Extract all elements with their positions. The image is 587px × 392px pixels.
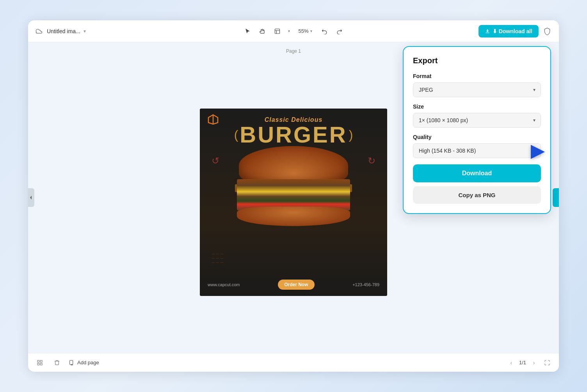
export-panel-title: Export (413, 56, 541, 65)
svg-rect-6 (70, 360, 73, 365)
format-select-wrapper: JPEG PNG PDF SVG ▾ (413, 82, 541, 97)
app-window: Untitled ima... ▾ ▾ 55% ▾ (28, 20, 559, 372)
quality-label: Quality (413, 134, 541, 140)
size-select-wrapper: 1× (1080 × 1080 px) 2× (2160 × 2160 px) … (413, 113, 541, 128)
decorative-dots: ··· ··· ······ ··· ······ ··· ··· (212, 252, 224, 265)
bottom-bar: Add page ‹ 1/1 › (28, 353, 559, 372)
swirl-left-icon: ↺ (212, 155, 219, 166)
quality-select[interactable]: High (154 KB - 308 KB) Medium (80 KB - 1… (413, 143, 541, 158)
grid-view-button[interactable] (34, 357, 45, 368)
burger-design: Classic Delicious ( BURGER ) ↺ ↻ (200, 109, 387, 296)
frame-chevron-button[interactable]: ▾ (286, 25, 292, 37)
delete-button[interactable] (52, 357, 62, 368)
svg-rect-5 (40, 363, 42, 365)
page-indicator: 1/1 (519, 360, 526, 365)
phone-text: +123-456-789 (352, 282, 379, 287)
title-chevron-icon[interactable]: ▾ (84, 29, 86, 34)
order-now-btn: Order Now (278, 280, 314, 290)
size-label: Size (413, 103, 541, 110)
main-area: Page 1 Classic Delicious ( (28, 42, 559, 353)
toolbar-center: ▾ 55% ▾ (241, 25, 345, 37)
cursor-arrow-icon (531, 145, 545, 159)
export-panel: Export Format JPEG PNG PDF SVG ▾ Size 1×… (403, 46, 551, 214)
quality-select-wrapper: High (154 KB - 308 KB) Medium (80 KB - 1… (413, 143, 541, 158)
capcut-logo-icon (207, 114, 219, 127)
undo-button[interactable] (318, 25, 331, 37)
prev-page-button[interactable]: ‹ (507, 358, 516, 367)
add-page-label: Add page (77, 360, 99, 365)
burger-image (219, 142, 368, 228)
copy-png-button[interactable]: Copy as PNG (413, 186, 541, 204)
sidebar-collapse-tab[interactable] (28, 188, 34, 207)
burger-footer: www.capcut.com Order Now +123-456-789 (200, 280, 387, 290)
page-label: Page 1 (286, 48, 301, 54)
svg-rect-0 (275, 29, 279, 34)
size-select[interactable]: 1× (1080 × 1080 px) 2× (2160 × 2160 px) … (413, 113, 541, 128)
cloud-icon (34, 27, 44, 36)
format-select[interactable]: JPEG PNG PDF SVG (413, 82, 541, 97)
zoom-value: 55% (298, 28, 308, 34)
right-sidebar-tab[interactable] (553, 188, 559, 207)
zoom-button[interactable]: 55% ▾ (294, 27, 316, 36)
document-title: Untitled ima... (47, 28, 80, 34)
website-text: www.capcut.com (208, 282, 240, 287)
zoom-chevron-icon: ▾ (310, 29, 312, 33)
burger-heading-area: Classic Delicious ( BURGER ) (234, 116, 353, 146)
topbar: Untitled ima... ▾ ▾ 55% ▾ (28, 20, 559, 42)
hand-tool-button[interactable] (256, 25, 269, 37)
bottom-right: ‹ 1/1 › (507, 357, 553, 368)
fit-screen-button[interactable] (542, 357, 553, 368)
download-all-label: ⬇ Download all (493, 28, 532, 34)
design-canvas: Classic Delicious ( BURGER ) ↺ ↻ (200, 109, 387, 296)
svg-rect-2 (37, 360, 39, 362)
bottom-left: Add page (34, 357, 99, 368)
format-label: Format (413, 73, 541, 79)
swirl-right-icon: ↻ (368, 155, 375, 166)
download-button[interactable]: Download (413, 164, 541, 182)
svg-rect-3 (40, 360, 42, 362)
download-btn-area: Download (413, 164, 541, 186)
svg-rect-4 (37, 363, 39, 365)
select-tool-button[interactable] (241, 25, 254, 37)
redo-button[interactable] (333, 25, 346, 37)
frame-tool-button[interactable] (271, 25, 283, 37)
burger-filling (237, 179, 350, 210)
next-page-button[interactable]: › (529, 358, 539, 367)
shield-icon (542, 26, 553, 37)
bun-bottom (237, 207, 350, 226)
download-all-button[interactable]: ⬇ Download all (478, 25, 539, 37)
add-page-button[interactable]: Add page (69, 360, 99, 366)
